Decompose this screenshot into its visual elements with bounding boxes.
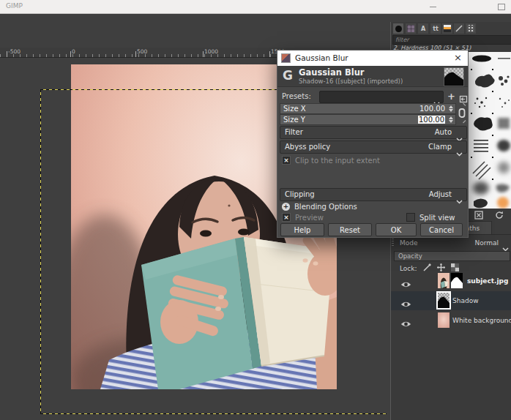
size-x-slider[interactable]: Size X 100.00 — [280, 103, 456, 114]
spin-down-icon — [449, 120, 453, 123]
dialog-icon — [281, 53, 291, 63]
maximize-button[interactable] — [492, 0, 511, 13]
abyss-policy-value: Clamp — [428, 143, 452, 151]
size-x-value: 100.00 — [419, 105, 445, 113]
ruler-label: 0 — [72, 48, 75, 55]
dialog-buttons: Help Reset OK Cancel — [280, 223, 466, 236]
ruler-tick — [269, 51, 270, 57]
presets-row: Presets: + — [277, 91, 468, 102]
visibility-eye-icon[interactable] — [400, 297, 411, 311]
checkbox-checked-icon: × — [282, 213, 291, 222]
split-view-checkbox[interactable]: Split view — [406, 213, 455, 222]
spin-down-icon — [449, 109, 453, 112]
clipping-label: Clipping — [285, 190, 315, 198]
window-titlebar: GIMP — [0, 0, 511, 14]
presets-dropdown[interactable] — [319, 91, 444, 103]
reset-button[interactable]: Reset — [328, 223, 372, 236]
gaussian-blur-dialog: Gaussian Blur × G Gaussian Blur Shadow-1… — [277, 50, 469, 238]
paintbrush-icon — [423, 263, 431, 271]
drag-handle-icon — [392, 239, 394, 247]
chevron-down-icon — [456, 193, 463, 207]
dialog-titlebar[interactable]: Gaussian Blur × — [277, 50, 468, 67]
palette-icon — [467, 25, 474, 32]
layer-boundary-bottom — [40, 413, 387, 414]
close-icon[interactable]: × — [454, 52, 462, 63]
layer-mask-thumbnail-subject[interactable] — [451, 273, 463, 288]
tab-paint-tools[interactable] — [454, 23, 464, 34]
size-y-label: Size Y — [283, 116, 305, 124]
gradient-icon — [444, 25, 451, 32]
abyss-policy-label: Abyss policy — [285, 143, 330, 151]
ruler-label: 500 — [137, 48, 147, 55]
tab-gradients[interactable] — [442, 23, 452, 34]
clipping-value: Adjust — [429, 190, 452, 198]
clipping-dropdown[interactable]: Clipping Adjust — [280, 188, 467, 201]
refresh-icon — [495, 211, 504, 220]
help-button[interactable]: Help — [280, 223, 324, 236]
minimize-button[interactable] — [423, 0, 442, 13]
checkerboard-icon — [451, 263, 459, 271]
filter-target: Shadow-16 ([subject] (imported)) — [299, 78, 403, 85]
layer-name: White background — [452, 317, 511, 324]
size-x-spinner[interactable] — [447, 105, 454, 113]
tab-dynamics[interactable]: tt — [430, 23, 441, 34]
ruler-label: 1000 — [204, 48, 218, 55]
ruler-label: -500 — [8, 48, 20, 55]
brush-filter-input[interactable] — [392, 35, 511, 45]
clip-extent-label: Clip to the input extent — [295, 157, 380, 165]
delete-brush-button[interactable] — [474, 210, 483, 220]
layer-row-subject[interactable]: subject.jpg — [391, 271, 511, 290]
x-box-icon — [474, 211, 483, 220]
layer-row-background[interactable]: White background — [391, 311, 511, 330]
tab-fonts[interactable]: A — [418, 23, 428, 34]
cancel-button[interactable]: Cancel — [420, 223, 463, 236]
layer-mode-row[interactable]: Mode Normal — [391, 238, 511, 249]
filter-label: Filter — [285, 128, 303, 136]
preview-label: Preview — [295, 214, 324, 222]
spin-up-icon — [449, 105, 453, 108]
lock-label: Lock: — [400, 265, 417, 272]
blending-options-label: Blending Options — [294, 203, 357, 211]
ruler-tick — [135, 51, 136, 57]
tab-palettes[interactable] — [466, 23, 476, 34]
dynamics-icon: tt — [433, 26, 439, 32]
spin-up-icon — [449, 116, 453, 119]
maximize-icon — [498, 4, 505, 10]
pattern-icon — [407, 25, 414, 32]
layer-thumbnail-subject[interactable] — [438, 273, 450, 288]
opacity-slider[interactable]: Opacity — [394, 251, 510, 261]
visibility-eye-icon[interactable] — [400, 277, 411, 291]
size-y-value: 100.00 — [418, 116, 445, 124]
layer-row-shadow[interactable]: Shadow — [391, 291, 511, 310]
filter-value: Auto — [435, 128, 452, 136]
layer-thumbnail-background[interactable] — [438, 312, 450, 328]
ruler-tick — [203, 51, 204, 57]
size-y-spinner[interactable] — [447, 116, 454, 124]
clip-extent-checkbox[interactable]: × Clip to the input extent — [282, 156, 380, 165]
layer-thumbnail-shadow[interactable] — [438, 293, 450, 308]
preview-checkbox[interactable]: × Preview — [282, 213, 324, 222]
blending-options-expander[interactable]: + Blending Options — [282, 202, 357, 211]
drawable-thumbnail — [444, 67, 464, 86]
tab-patterns[interactable] — [406, 23, 416, 34]
tab-brushes[interactable] — [393, 23, 403, 34]
filter-dropdown[interactable]: Filter Auto — [280, 126, 467, 139]
abyss-policy-dropdown[interactable]: Abyss policy Clamp — [280, 140, 467, 154]
size-x-label: Size X — [283, 105, 306, 113]
dialog-header: G Gaussian Blur Shadow-16 ([subject] (im… — [277, 66, 468, 87]
size-y-slider[interactable]: Size Y 100.00 — [280, 114, 456, 125]
layer-name: subject.jpg — [467, 277, 508, 285]
chevron-down-icon — [456, 146, 463, 160]
ok-button[interactable]: OK — [376, 223, 417, 236]
chain-link-icon[interactable] — [457, 102, 467, 127]
checkbox-checked-icon: × — [282, 156, 291, 165]
checkbox-unchecked-icon — [406, 213, 415, 222]
opacity-label: Opacity — [398, 252, 422, 260]
visibility-eye-icon[interactable] — [400, 317, 411, 331]
refresh-brushes-button[interactable] — [494, 210, 504, 220]
presets-label: Presets: — [282, 92, 311, 100]
mode-label: Mode — [400, 239, 418, 247]
add-preset-icon[interactable]: + — [447, 91, 455, 102]
gimp-window: GIMP -500 0 500 1000 1500 — [0, 0, 511, 420]
fonts-icon: A — [421, 26, 425, 32]
